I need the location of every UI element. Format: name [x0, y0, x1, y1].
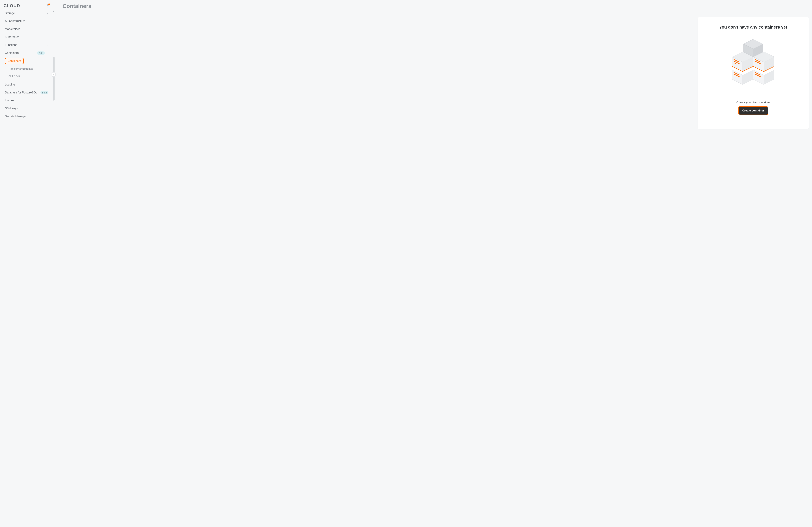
svg-marker-18: [753, 70, 764, 85]
svg-marker-15: [743, 70, 753, 85]
empty-state-hint: Create your first container: [736, 101, 770, 104]
sidebar-item-label: Functions: [5, 43, 17, 47]
sidebar-item-database-postgresql[interactable]: Database for PostgreSQL Beta: [0, 89, 50, 96]
sidebar-item-label: Logging: [5, 83, 15, 86]
sidebar-item-marketplace[interactable]: Marketplace: [0, 25, 50, 33]
beta-badge: Beta: [37, 51, 45, 55]
sidebar-item-kubernetes[interactable]: Kubernetes: [0, 33, 50, 41]
empty-state-card: You don't have any containers yet: [698, 17, 809, 129]
sidebar-item-ssh-keys[interactable]: SSH Keys: [0, 105, 50, 112]
containers-illustration-icon: [732, 37, 774, 86]
notification-dot-icon: [48, 3, 50, 5]
svg-marker-19: [764, 70, 774, 85]
sidebar-item-containers[interactable]: Containers Beta: [0, 49, 50, 57]
empty-state-heading: You don't have any containers yet: [719, 25, 787, 30]
beta-badge: Beta: [41, 91, 48, 94]
sidebar-item-logging[interactable]: Logging: [0, 81, 50, 89]
sidebar-nav: Storage AI Infrastructure Marketplace Ku…: [0, 9, 50, 120]
chevron-right-icon: [46, 44, 48, 46]
sidebar-subitem-api-keys[interactable]: API Keys: [5, 73, 50, 80]
sidebar-subitem-label: API Keys: [9, 74, 20, 78]
brand-text: CLOUD: [3, 3, 20, 8]
sidebar-item-label: AI Infrastructure: [5, 19, 25, 23]
sidebar-collapse-button[interactable]: [51, 72, 56, 77]
sidebar: CLOUD Storage: [0, 0, 55, 527]
sidebar-item-label: SSH Keys: [5, 107, 18, 110]
notifications-button[interactable]: [46, 4, 49, 7]
sidebar-item-label: Database for PostgreSQL: [5, 91, 37, 94]
sidebar-subnav-containers: Containers Registry credentials API Keys: [0, 57, 50, 80]
sidebar-item-label: Containers: [5, 51, 19, 55]
brand-row: CLOUD: [0, 3, 50, 9]
scrollbar-thumb[interactable]: [53, 57, 55, 101]
chevron-right-icon: [46, 12, 48, 14]
main: Containers You don't have any containers…: [55, 0, 812, 527]
sidebar-item-storage[interactable]: Storage: [0, 9, 50, 17]
sidebar-item-functions[interactable]: Functions: [0, 41, 50, 49]
sidebar-item-images[interactable]: Images: [0, 96, 50, 105]
app-root: CLOUD Storage: [0, 0, 812, 527]
sidebar-scrollbar[interactable]: [52, 0, 55, 527]
sidebar-item-label: Secrets Manager: [5, 115, 27, 118]
sidebar-subitem-containers[interactable]: Containers: [5, 58, 24, 64]
create-container-label: Create container: [742, 109, 764, 112]
sidebar-subitem-label: Containers: [8, 59, 21, 62]
sidebar-item-label: Images: [5, 99, 14, 102]
sidebar-item-label: Marketplace: [5, 27, 20, 31]
sidebar-subitem-registry-credentials[interactable]: Registry credentials: [5, 65, 50, 73]
page-header: Containers: [55, 0, 812, 12]
page-body: You don't have any containers yet: [55, 12, 812, 527]
sidebar-inner: CLOUD Storage: [0, 3, 55, 524]
sidebar-item-label: Storage: [5, 12, 15, 15]
sidebar-item-secrets-manager[interactable]: Secrets Manager: [0, 112, 50, 120]
sidebar-subitem-label: Registry credentials: [9, 67, 33, 71]
create-container-button[interactable]: Create container: [739, 107, 768, 115]
page-title: Containers: [62, 3, 805, 9]
svg-marker-14: [732, 70, 743, 85]
sidebar-item-label: Kubernetes: [5, 35, 19, 39]
sidebar-item-ai-infrastructure[interactable]: AI Infrastructure: [0, 17, 50, 25]
chevron-left-icon: [53, 73, 54, 76]
chevron-down-icon: [46, 52, 48, 54]
